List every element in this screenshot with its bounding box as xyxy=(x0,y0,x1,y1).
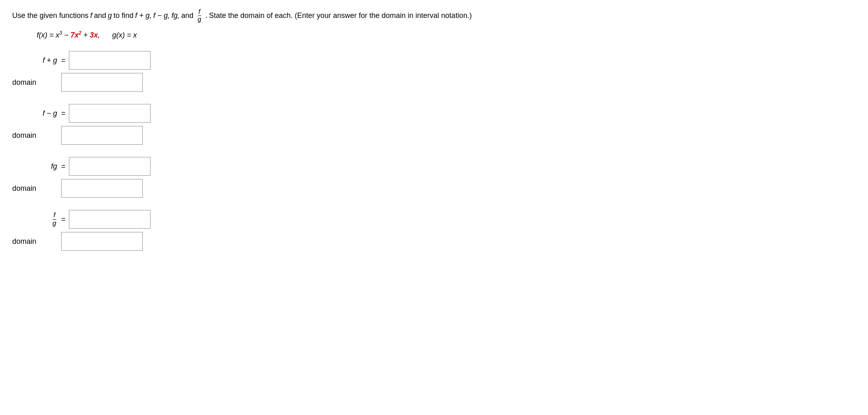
fg-equals: = xyxy=(61,162,66,171)
fx-comma: , xyxy=(98,31,100,39)
fx-red-coeff: 7x2 xyxy=(71,31,82,39)
f-plus-g-label: f + g xyxy=(12,56,61,65)
f-minus-g-equals: = xyxy=(61,109,66,118)
f-minus-g-input[interactable] xyxy=(69,104,151,123)
to-find-text: to find xyxy=(113,10,133,22)
f-over-g-equals: = xyxy=(61,215,66,224)
expr-fg: fg, xyxy=(171,10,179,22)
f-over-g-denom: g xyxy=(52,220,57,227)
f-over-g-label: f g xyxy=(12,212,61,227)
gx-definition: g(x) = x xyxy=(112,31,137,39)
fraction-numerator-inline: f xyxy=(198,8,201,16)
f-minus-g-domain-label: domain xyxy=(12,131,61,140)
f-plus-g-input-row: f + g = xyxy=(12,51,856,70)
f-over-g-domain-label: domain xyxy=(12,237,61,246)
f-plus-g-domain-row: domain xyxy=(12,73,856,92)
f-minus-g-label: f − g xyxy=(12,109,61,118)
function-definitions: f(x) = x3 − 7x2 + 3x, g(x) = x xyxy=(37,30,856,40)
instruction-prefix: Use the given functions xyxy=(12,10,89,22)
f-plus-g-equals: = xyxy=(61,56,66,65)
period: . xyxy=(205,10,207,22)
f-minus-g-input-row: f − g = xyxy=(12,104,856,123)
and2-text: and xyxy=(181,10,193,22)
f-over-g-numer: f xyxy=(53,212,56,220)
state-domain-text: State the domain of each. (Enter your an… xyxy=(209,10,472,22)
fx-red-3x: 3x xyxy=(90,31,98,39)
fx-definition: f(x) = x3 − 7x2 + 3x, xyxy=(37,31,102,39)
f-over-g-domain-row: domain xyxy=(12,232,856,251)
fg-group: fg = domain xyxy=(12,157,856,198)
f-over-g-fraction-label: f g xyxy=(52,212,57,227)
f-minus-g-domain-row: domain xyxy=(12,126,856,145)
fx-base: f(x) = x3 − xyxy=(37,31,71,39)
fg-input[interactable] xyxy=(69,157,151,176)
f-over-g-group: f g = domain xyxy=(12,210,856,251)
f-minus-g-group: f − g = domain xyxy=(12,104,856,145)
expr-f-minus-g: f − g, xyxy=(153,10,170,22)
fx-plus: + xyxy=(81,31,90,39)
fg-label: fg xyxy=(12,162,61,171)
fraction-f-over-g-inline: f g xyxy=(197,8,202,23)
fg-domain-input[interactable] xyxy=(61,179,143,198)
f-over-g-input[interactable] xyxy=(69,210,151,229)
fg-domain-label: domain xyxy=(12,184,61,193)
f-label: f xyxy=(90,10,92,22)
expr-f-plus-g: f + g, xyxy=(135,10,152,22)
f-over-g-input-row: f g = xyxy=(12,210,856,229)
f-plus-g-input[interactable] xyxy=(69,51,151,70)
f-minus-g-domain-input[interactable] xyxy=(61,126,143,145)
f-plus-g-domain-label: domain xyxy=(12,78,61,87)
fg-input-row: fg = xyxy=(12,157,856,176)
and-word: and xyxy=(94,10,106,22)
instruction-text: Use the given functions f and g to find … xyxy=(12,8,856,23)
f-plus-g-domain-input[interactable] xyxy=(61,73,143,92)
fg-domain-row: domain xyxy=(12,179,856,198)
g-label: g xyxy=(108,10,112,22)
f-plus-g-group: f + g = domain xyxy=(12,51,856,92)
f-over-g-domain-input[interactable] xyxy=(61,232,143,251)
fraction-denominator-inline: g xyxy=(197,16,202,23)
